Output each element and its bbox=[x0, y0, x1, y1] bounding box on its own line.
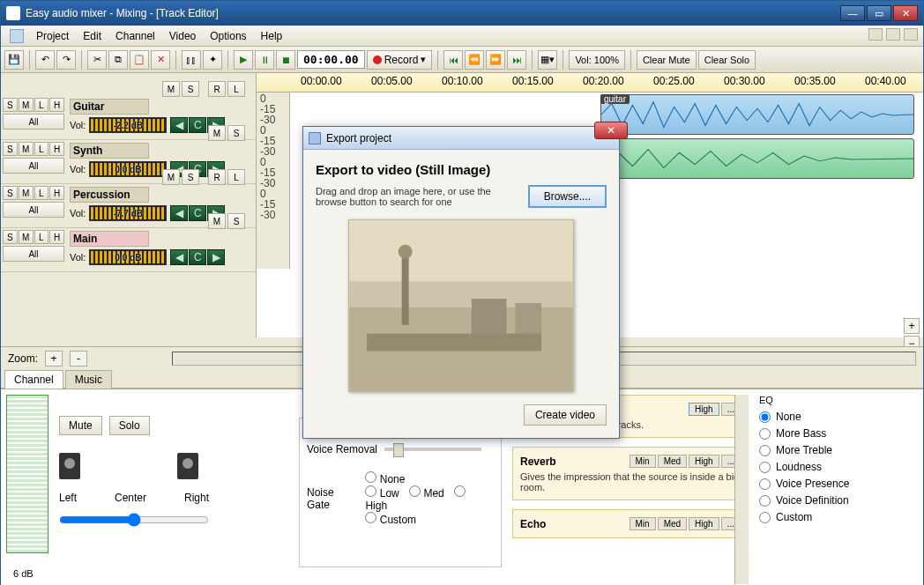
eq-voice-definition-radio[interactable] bbox=[759, 495, 771, 507]
eq-bass-radio[interactable] bbox=[759, 428, 771, 440]
stop-icon[interactable]: ⏹ bbox=[276, 50, 295, 70]
menu-options[interactable]: Options bbox=[203, 30, 253, 42]
track-l-button[interactable]: L bbox=[34, 186, 49, 200]
menu-video[interactable]: Video bbox=[162, 30, 203, 42]
center-clip-button[interactable]: C bbox=[189, 205, 206, 221]
track-name[interactable]: Main bbox=[70, 231, 149, 247]
browse-button[interactable]: Browse.... bbox=[528, 185, 607, 208]
fx-med-button[interactable]: Med bbox=[658, 455, 687, 468]
center-clip-button[interactable]: C bbox=[189, 249, 206, 265]
time-ruler[interactable]: 00:00.00 00:05.00 00:10.00 00:15.00 00:2… bbox=[257, 73, 923, 93]
fx-scrollbar[interactable] bbox=[734, 395, 749, 584]
gate-low-radio[interactable] bbox=[365, 485, 376, 497]
undo-icon[interactable]: ↶ bbox=[35, 50, 55, 70]
rec-l-toggle[interactable]: L bbox=[227, 169, 245, 185]
fx-min-button[interactable]: Min bbox=[630, 517, 656, 530]
forward-icon[interactable]: ⏩ bbox=[486, 50, 505, 70]
mute-toggle[interactable]: M bbox=[162, 81, 180, 97]
mdi-buttons[interactable] bbox=[867, 28, 920, 43]
grid-icon[interactable]: ▦▾ bbox=[538, 50, 557, 70]
track-l-button[interactable]: L bbox=[34, 98, 49, 112]
gate-med-radio[interactable] bbox=[409, 485, 421, 497]
save-icon[interactable]: 💾 bbox=[4, 50, 24, 70]
prev-clip-icon[interactable]: ◀ bbox=[170, 117, 188, 133]
rewind-icon[interactable]: ⏪ bbox=[465, 50, 484, 70]
eq-loudness-radio[interactable] bbox=[759, 462, 771, 473]
minimize-button[interactable]: — bbox=[840, 5, 865, 21]
solo-button[interactable]: Solo bbox=[109, 416, 150, 435]
skip-start-icon[interactable]: ⏮ bbox=[443, 50, 463, 70]
fx-med-button[interactable]: Med bbox=[658, 517, 687, 530]
clear-solo-button[interactable]: Clear Solo bbox=[698, 50, 756, 70]
menu-project[interactable]: Project bbox=[29, 30, 76, 42]
eq-custom-radio[interactable] bbox=[759, 512, 771, 523]
close-button[interactable]: ✕ bbox=[893, 5, 918, 21]
next-clip-icon[interactable]: ▶ bbox=[207, 249, 225, 265]
fx-min-button[interactable]: Min bbox=[630, 455, 656, 468]
mute-toggle[interactable]: M bbox=[208, 125, 226, 141]
solo-toggle[interactable]: S bbox=[182, 169, 199, 185]
fx-high-button[interactable]: High bbox=[689, 517, 719, 530]
track-l-button[interactable]: L bbox=[34, 230, 49, 244]
track-all-button[interactable]: All bbox=[3, 114, 64, 130]
skip-end-icon[interactable]: ⏭ bbox=[507, 50, 526, 70]
fx-high-button[interactable]: High bbox=[689, 455, 719, 468]
audio-clip-synth[interactable] bbox=[600, 138, 914, 179]
track-h-button[interactable]: H bbox=[49, 98, 64, 112]
dialog-titlebar[interactable]: Export project ✕ bbox=[303, 127, 619, 150]
rec-r-toggle[interactable]: R bbox=[208, 169, 226, 185]
track-all-button[interactable]: All bbox=[3, 158, 64, 174]
menu-help[interactable]: Help bbox=[254, 30, 290, 42]
solo-toggle[interactable]: S bbox=[227, 125, 245, 141]
app-menu-icon[interactable] bbox=[10, 29, 24, 43]
volume-meter[interactable]: -2.2 dB bbox=[89, 117, 167, 133]
track-name[interactable]: Synth bbox=[70, 143, 149, 159]
eq-voice-presence-radio[interactable] bbox=[759, 478, 771, 490]
volume-display[interactable]: Vol: 100% bbox=[569, 50, 625, 70]
delete-icon[interactable]: ✕ bbox=[151, 50, 170, 70]
mute-toggle[interactable]: M bbox=[208, 213, 226, 229]
play-icon[interactable]: ▶ bbox=[234, 50, 253, 70]
volume-meter[interactable]: -7.7 dB bbox=[89, 205, 167, 221]
eq-none-radio[interactable] bbox=[759, 411, 771, 423]
paste-icon[interactable]: 📋 bbox=[130, 50, 149, 70]
fx-high-button[interactable]: High bbox=[689, 403, 719, 416]
cut-icon[interactable]: ✂ bbox=[87, 50, 107, 70]
volume-meter[interactable]: 0.0 dB bbox=[89, 249, 167, 265]
tab-channel[interactable]: Channel bbox=[4, 370, 63, 389]
clear-mute-button[interactable]: Clear Mute bbox=[637, 50, 697, 70]
volume-meter[interactable]: 0.0 dB bbox=[89, 161, 167, 177]
track-h-button[interactable]: H bbox=[49, 230, 64, 244]
track-m-button[interactable]: M bbox=[19, 142, 34, 156]
track-m-button[interactable]: M bbox=[19, 98, 34, 112]
record-button[interactable]: Record ▾ bbox=[367, 50, 433, 70]
create-video-button[interactable]: Create video bbox=[524, 404, 607, 426]
voice-removal-slider[interactable] bbox=[384, 448, 481, 451]
prev-clip-icon[interactable]: ◀ bbox=[170, 249, 188, 265]
track-name[interactable]: Guitar bbox=[70, 99, 149, 115]
track-all-button[interactable]: All bbox=[3, 202, 64, 218]
track-l-button[interactable]: L bbox=[34, 142, 49, 156]
zoom-plus-button[interactable]: + bbox=[45, 351, 63, 367]
gate-custom-radio[interactable] bbox=[365, 512, 376, 523]
solo-toggle[interactable]: S bbox=[182, 81, 199, 97]
dialog-close-button[interactable]: ✕ bbox=[594, 122, 628, 139]
track-m-button[interactable]: M bbox=[19, 230, 34, 244]
menu-channel[interactable]: Channel bbox=[108, 30, 162, 42]
rec-r-toggle[interactable]: R bbox=[208, 81, 226, 97]
maximize-button[interactable]: ▭ bbox=[867, 5, 891, 21]
rec-l-toggle[interactable]: L bbox=[227, 81, 245, 97]
zoom-minus-button[interactable]: - bbox=[70, 351, 87, 367]
track-s-button[interactable]: S bbox=[3, 98, 18, 112]
gate-none-radio[interactable] bbox=[365, 471, 376, 483]
track-s-button[interactable]: S bbox=[3, 186, 18, 200]
marker-icon[interactable]: ✦ bbox=[203, 50, 222, 70]
mute-button[interactable]: Mute bbox=[59, 416, 102, 435]
audio-clip-guitar[interactable]: guitar bbox=[600, 94, 914, 135]
image-drop-zone[interactable] bbox=[348, 219, 574, 392]
track-s-button[interactable]: S bbox=[3, 230, 18, 244]
gate-high-radio[interactable] bbox=[454, 485, 466, 497]
redo-icon[interactable]: ↷ bbox=[56, 50, 76, 70]
snap-icon[interactable]: ⫿⫿ bbox=[182, 50, 201, 70]
track-all-button[interactable]: All bbox=[3, 246, 64, 262]
